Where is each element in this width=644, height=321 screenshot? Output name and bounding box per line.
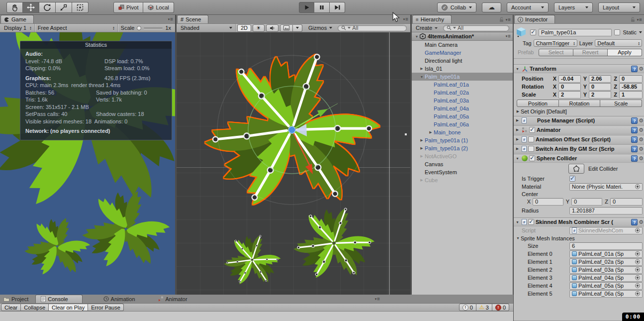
tab-animation[interactable]: Animation — [100, 295, 142, 303]
help-icon[interactable]: ? — [631, 127, 638, 133]
gear-icon[interactable]: ⚙ — [639, 117, 644, 124]
foldout-arrow[interactable]: ▶ — [515, 137, 520, 141]
effects-dropdown-caret[interactable] — [293, 24, 302, 32]
gizmos-dropdown[interactable]: Gizmos — [305, 24, 335, 32]
object-picker-icon[interactable] — [635, 267, 640, 272]
hand-tool-button[interactable] — [6, 2, 23, 13]
layout-dropdown[interactable]: Layout — [598, 2, 640, 12]
clear-on-play-button[interactable]: Clear on Play — [49, 304, 88, 311]
help-icon[interactable]: ? — [631, 219, 638, 225]
hierarchy-item[interactable]: PalmLeaf_04a — [412, 105, 513, 112]
skinned-mesh-combiner-header[interactable]: ▼ # Skinned Mesh Combiner Scr ( ?⚙ — [514, 217, 644, 226]
foldout-arrow[interactable]: ▼ — [515, 157, 520, 160]
info-count-toggle[interactable]: !0 — [459, 304, 476, 311]
position-z-field[interactable]: 0 — [619, 75, 643, 83]
script-object-field[interactable]: #SkinnedMeshCom — [569, 227, 643, 234]
static-checkbox[interactable] — [614, 29, 620, 35]
vertex-handle[interactable] — [405, 133, 407, 135]
transform-component-header[interactable]: ▼ Transform ?⚙ — [514, 64, 644, 73]
radius-field[interactable]: 1.201887 — [569, 207, 643, 214]
x-axis-arrow[interactable] — [292, 130, 310, 166]
console-log-area[interactable] — [0, 312, 513, 321]
help-icon[interactable]: ? — [631, 155, 638, 162]
hierarchy-item[interactable]: Cube — [412, 176, 513, 184]
account-dropdown[interactable]: Account — [507, 2, 549, 12]
active-checkbox[interactable] — [530, 29, 536, 35]
sphere-collider-header[interactable]: ▼ Sphere Collider ?⚙ — [514, 154, 644, 163]
lock-icon[interactable] — [499, 17, 504, 22]
element-object-field[interactable]: PalmLeaf_03a (Sp — [569, 266, 643, 274]
gameobject-name-field[interactable]: Palm_type01a — [539, 29, 612, 36]
tab-hierarchy[interactable]: ≡ Hierarchy — [412, 15, 452, 23]
element-object-field[interactable]: PalmLeaf_06a (Sp — [569, 290, 643, 298]
sphere-collider-enabled-checkbox[interactable] — [529, 155, 535, 161]
gear-icon[interactable]: ⚙ — [639, 136, 644, 143]
rotation-z-field[interactable]: -58.85 — [619, 83, 643, 91]
rotation-button[interactable]: Rotation — [559, 100, 601, 107]
object-picker-icon[interactable] — [635, 184, 640, 189]
create-dropdown[interactable]: Create — [413, 24, 441, 32]
tab-project[interactable]: Project — [0, 295, 35, 303]
warning-count-toggle[interactable]: ⚠3 — [476, 304, 492, 311]
material-object-field[interactable]: None (Physic Materi. — [569, 183, 643, 191]
element-object-field[interactable]: PalmLeaf_01a (Sp — [569, 250, 643, 258]
center-x-field[interactable]: 0 — [533, 198, 563, 206]
tab-console[interactable]: Console — [35, 295, 82, 303]
set-origin-foldout[interactable]: ▶Set Origin [Default] — [514, 107, 644, 115]
rotate-tool-button[interactable] — [39, 2, 56, 13]
display-dropdown[interactable]: Display 1 ▴▾ — [1, 24, 34, 32]
game-panel-menu[interactable]: ▾≡ — [168, 17, 173, 21]
animation-offset-header[interactable]: ▶ # Animation Offset Scr (Script) ?⚙ — [514, 135, 644, 144]
center-y-field[interactable]: 0 — [571, 198, 602, 206]
pause-button[interactable] — [314, 2, 330, 13]
gear-icon[interactable]: ⚙ — [639, 146, 644, 152]
static-dropdown-caret[interactable] — [639, 31, 642, 33]
move-tool-button[interactable] — [23, 2, 39, 13]
audio-toggle-button[interactable] — [266, 24, 278, 32]
tab-game[interactable]: Game — [0, 15, 34, 23]
2d-toggle-button[interactable]: 2D — [237, 24, 251, 32]
scale-z-field[interactable]: 1 — [619, 91, 643, 99]
hierarchy-item[interactable]: PalmLeaf_06a — [412, 120, 513, 128]
scene-viewport[interactable] — [177, 32, 410, 295]
hierarchy-item[interactable]: Canvas — [412, 160, 513, 168]
scene-row-menu[interactable]: ▾≡ — [506, 34, 511, 38]
scale-y-field[interactable]: 2 — [589, 91, 611, 99]
hierarchy-item[interactable]: Palm_type01a (2) — [412, 144, 513, 152]
hierarchy-item[interactable]: Main_bone — [412, 128, 513, 136]
foldout-arrow[interactable]: ▶ — [515, 118, 520, 122]
foldout-arrow[interactable]: ▼ — [515, 220, 520, 224]
help-icon[interactable]: ? — [631, 66, 638, 72]
foldout-arrow[interactable]: ▼ — [515, 67, 520, 71]
edit-collider-button[interactable] — [568, 164, 584, 174]
hierarchy-item[interactable]: NotActiveGO — [412, 152, 513, 160]
object-picker-icon[interactable] — [635, 259, 640, 264]
aspect-dropdown[interactable]: Free Aspect ▴▾ — [35, 24, 117, 32]
collapse-button[interactable]: Collapse — [21, 304, 49, 311]
expand-arrow[interactable] — [419, 146, 425, 150]
rotation-x-field[interactable]: 0 — [558, 83, 581, 91]
hierarchy-item[interactable]: Directional light — [412, 57, 513, 65]
scale-x-field[interactable]: 2 — [558, 91, 581, 99]
inspector-panel-menu[interactable]: ▾≡ — [631, 17, 642, 22]
prefab-apply-button[interactable]: Apply — [608, 49, 642, 56]
animator-header[interactable]: ▶ Animator ?⚙ — [514, 125, 644, 134]
hierarchy-item[interactable]: GameManager — [412, 49, 513, 57]
switch-anim-header[interactable]: ▶ # Switch Anim By GM Scr (Scrip ?⚙ — [514, 144, 644, 153]
pose-manager-header[interactable]: ▶ # Pose Manager (Script) ?⚙ — [514, 116, 644, 125]
shading-mode-dropdown[interactable]: Shaded — [178, 24, 235, 32]
lock-icon[interactable] — [631, 17, 635, 22]
rect-tool-button[interactable] — [72, 2, 89, 13]
effects-toggle-button[interactable] — [280, 24, 293, 32]
gear-icon[interactable]: ⚙ — [639, 127, 644, 133]
tab-scene[interactable]: # Scene — [177, 15, 208, 23]
cloud-button[interactable]: ☁ — [482, 2, 501, 12]
position-button[interactable]: Position — [517, 100, 559, 107]
tab-inspector[interactable]: i Inspector — [514, 15, 555, 23]
prefab-select-button[interactable]: Select — [539, 49, 573, 56]
position-x-field[interactable]: -0.04 — [558, 75, 581, 83]
scale-tool-button[interactable] — [56, 2, 72, 13]
foldout-arrow[interactable]: ▶ — [515, 128, 520, 132]
help-icon[interactable]: ? — [631, 117, 638, 124]
skinned-mesh-enabled-checkbox[interactable] — [528, 219, 534, 225]
